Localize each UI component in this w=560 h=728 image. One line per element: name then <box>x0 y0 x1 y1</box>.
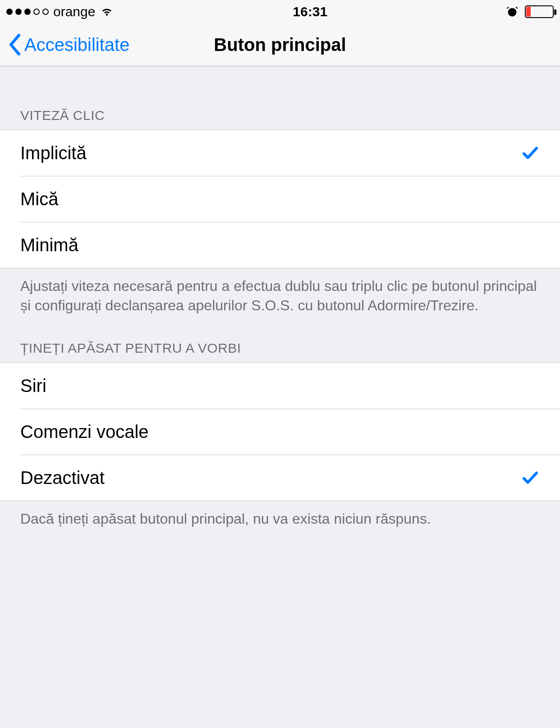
battery-icon <box>525 5 554 18</box>
section-footer-hold-speak: Dacă țineți apăsat butonul principal, nu… <box>0 501 560 529</box>
back-button[interactable]: Accesibilitate <box>7 34 129 55</box>
status-right <box>506 5 554 18</box>
option-voice-control[interactable]: Comenzi vocale <box>0 409 560 455</box>
alarm-icon <box>506 5 519 18</box>
status-left: orange <box>6 4 114 19</box>
checkmark-icon <box>521 468 540 487</box>
status-time: 16:31 <box>293 4 327 19</box>
option-off[interactable]: Dezactivat <box>0 455 560 501</box>
svg-point-0 <box>508 8 517 17</box>
click-speed-options: Implicită Mică Minimă <box>0 129 560 268</box>
option-label: Dezactivat <box>20 468 105 488</box>
signal-strength-icon <box>6 9 49 15</box>
section-header-click-speed: VITEZĂ CLIC <box>0 66 560 129</box>
chevron-left-icon <box>7 34 23 55</box>
section-header-hold-speak: ȚINEȚI APĂSAT PENTRU A VORBI <box>0 315 560 362</box>
navigation-bar: Accesibilitate Buton principal <box>0 23 560 66</box>
hold-speak-options: Siri Comenzi vocale Dezactivat <box>0 362 560 501</box>
option-label: Mică <box>20 189 58 209</box>
section-footer-click-speed: Ajustați viteza necesară pentru a efectu… <box>0 268 560 315</box>
page-title: Buton principal <box>214 35 346 55</box>
option-slowest[interactable]: Minimă <box>0 222 560 268</box>
option-label: Minimă <box>20 235 78 255</box>
option-label: Comenzi vocale <box>20 422 149 442</box>
carrier-label: orange <box>53 4 95 19</box>
wifi-icon <box>100 5 114 19</box>
option-slow[interactable]: Mică <box>0 176 560 222</box>
option-default[interactable]: Implicită <box>0 130 560 176</box>
option-label: Siri <box>20 376 46 396</box>
checkmark-icon <box>521 143 540 162</box>
option-siri[interactable]: Siri <box>0 363 560 409</box>
back-button-label: Accesibilitate <box>24 35 129 55</box>
option-label: Implicită <box>20 143 87 163</box>
status-bar: orange 16:31 <box>0 0 560 23</box>
